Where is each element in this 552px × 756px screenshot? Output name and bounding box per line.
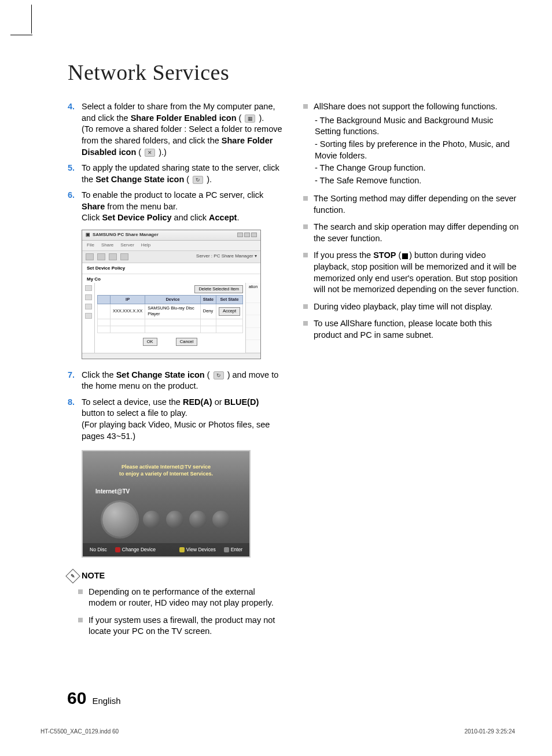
- set-change-state-icon: ↻: [214, 371, 224, 379]
- col-ip: IP: [111, 296, 145, 304]
- folder-icon: [85, 285, 92, 291]
- bullet-icon: [303, 304, 308, 309]
- toolbar-icon: [120, 253, 128, 260]
- footer-datetime: 2010-01-29 3:25:24: [465, 728, 515, 736]
- step-6: 6 To enable the product to locate a PC s…: [68, 190, 284, 224]
- toolbar: Server : PC Share Manager ▾: [82, 251, 260, 263]
- scrollbar: [82, 353, 260, 359]
- step-4: 4 Select a folder to share from the My c…: [68, 101, 284, 158]
- right-panel: ation: [245, 283, 260, 353]
- page-number: 60: [67, 687, 86, 710]
- cancel-button: Cancel: [176, 338, 197, 346]
- accept-button: Accept: [219, 307, 240, 315]
- toolbar-icon: [86, 253, 94, 260]
- footer-filename: HT-C5500_XAC_0129.indd 60: [41, 728, 119, 736]
- tv-message-line2: to enjoy a variety of Internet Services.: [100, 471, 232, 478]
- note-label: NOTE: [82, 570, 105, 582]
- step-number: 6: [68, 190, 82, 224]
- left-column: 4 Select a folder to share from the My c…: [68, 101, 284, 643]
- tv-message-line1: Please activate Internet@TV service: [100, 464, 232, 471]
- bullet-icon: [78, 618, 83, 622]
- change-device-label: Change Device: [122, 547, 156, 552]
- menu-help: Help: [141, 242, 150, 249]
- tv-disc-icon: [166, 511, 183, 528]
- note-item: Depending on te performance of the exter…: [78, 587, 284, 609]
- bullet-icon: [78, 589, 83, 594]
- bullet-icon: [303, 104, 308, 109]
- ok-button: OK: [143, 338, 157, 346]
- page-language: English: [92, 695, 120, 707]
- note-item: To use AllShare function, please locate …: [303, 318, 519, 341]
- note-subitem: - Sorting files by preference in the Pho…: [315, 139, 519, 161]
- folder-icon: [85, 313, 92, 319]
- note-icon: ✎: [65, 569, 80, 583]
- right-panel-label: ation: [246, 283, 260, 290]
- step-8: 8 To select a device, use the RED(A) or …: [68, 397, 284, 442]
- note-header: ✎ NOTE: [68, 570, 284, 582]
- red-key-icon: [115, 547, 120, 552]
- col-device: Device: [145, 296, 200, 304]
- share-folder-disabled-icon: ✕: [145, 149, 155, 157]
- view-devices-label: View Devices: [186, 547, 216, 552]
- toolbar-icon: [97, 253, 105, 260]
- col-set-state: Set State: [216, 296, 243, 304]
- note-item: The Sorting method may differ depending …: [303, 193, 519, 216]
- menu-file: File: [87, 242, 94, 249]
- step-number: 8: [68, 397, 82, 442]
- note-subitem: - The Change Group function.: [315, 163, 519, 174]
- note-item: The search and skip operation may differ…: [303, 222, 519, 244]
- step-number: 5: [68, 163, 82, 185]
- device-table: IP Device State Set State XXX.XXX.X.XX S…: [97, 295, 243, 333]
- enter-label: Enter: [231, 547, 242, 552]
- menu-server: Server: [120, 242, 134, 249]
- note-subitem: - The Background Music and Background Mu…: [315, 115, 519, 138]
- bullet-icon: [303, 196, 308, 201]
- cell-ip: XXX.XXX.X.XX: [111, 304, 145, 319]
- stop-icon: [402, 253, 408, 259]
- menu-share: Share: [101, 242, 113, 249]
- step-number: 7: [68, 370, 82, 392]
- sidebar-icons: [82, 283, 95, 353]
- cell-state: Deny: [200, 304, 216, 319]
- delete-selected-button: Delete Selected Item: [194, 285, 243, 293]
- menubar: File Share Server Help: [82, 241, 260, 251]
- col-state: State: [200, 296, 216, 304]
- internet-tv-label: Internet@TV: [83, 485, 249, 498]
- tv-main-icon: [102, 502, 137, 537]
- server-label: Server : PC Share Manager ▾: [196, 253, 257, 260]
- table-row: XXX.XXX.X.XX SAMSUNG Blu-ray Disc Player…: [98, 304, 243, 319]
- figure-internet-tv: Please activate Internet@TV service to e…: [82, 450, 251, 558]
- window-title: SAMSUNG PC Share Manager: [93, 232, 159, 238]
- yellow-key-icon: [179, 547, 185, 552]
- footer-meta: HT-C5500_XAC_0129.indd 60 2010-01-29 3:2…: [41, 728, 515, 736]
- note-item: If you press the STOP () button during v…: [303, 250, 519, 295]
- enter-key-icon: [224, 547, 229, 552]
- maximize-icon: [244, 233, 250, 237]
- tree-icon: ▣: [86, 232, 90, 238]
- set-device-policy-header: Set Device Policy: [82, 263, 260, 275]
- no-disc-label: No Disc: [90, 547, 107, 553]
- minimize-icon: [237, 233, 243, 237]
- figure-pc-share-manager: ▣ SAMSUNG PC Share Manager File Share Se…: [82, 230, 261, 359]
- note-item: If your system uses a firewall, the prod…: [78, 615, 284, 637]
- set-change-state-icon: ↻: [193, 176, 203, 184]
- close-icon: [251, 233, 257, 237]
- my-computer-label: My Co: [82, 274, 260, 283]
- tv-camera-icon: [212, 511, 230, 528]
- cell-device: SAMSUNG Blu-ray Disc Player: [145, 304, 200, 319]
- bullet-icon: [303, 321, 308, 326]
- page-footer: 60 English: [67, 687, 121, 710]
- folder-icon: [85, 294, 92, 300]
- page: Network Services 4 Select a folder to sh…: [0, 0, 552, 661]
- step-5: 5 To apply the updated sharing state to …: [68, 163, 284, 185]
- share-folder-enabled-icon: ▦: [245, 115, 255, 123]
- note-item: AllShare does not support the following …: [303, 101, 519, 187]
- step-7: 7 Click the Set Change State icon ( ↻ ) …: [68, 370, 284, 392]
- bullet-icon: [303, 253, 308, 257]
- toolbar-icon: [109, 253, 117, 260]
- bullet-icon: [303, 224, 308, 229]
- tv-music-icon: [189, 511, 207, 528]
- note-subitem: - The Safe Remove function.: [315, 175, 519, 187]
- tv-reel-icon: [143, 511, 160, 528]
- folder-icon: [85, 304, 92, 309]
